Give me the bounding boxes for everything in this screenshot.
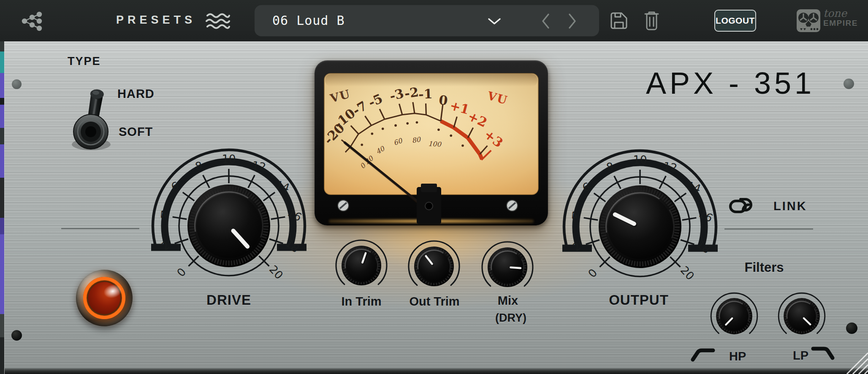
mix-knob[interactable] <box>474 233 541 301</box>
hp-filter-knob[interactable] <box>703 285 765 347</box>
type-label: TYPE <box>68 55 101 68</box>
mix-label: Mix <box>498 294 518 308</box>
svg-text:8: 8 <box>194 159 203 173</box>
power-led-core <box>88 282 120 314</box>
svg-text:10: 10 <box>222 153 236 165</box>
filters-label: Filters <box>744 260 784 275</box>
mix-sublabel: (DRY) <box>495 312 526 325</box>
panel-line-right <box>724 228 813 230</box>
svg-text:-1: -1 <box>418 87 433 102</box>
screw-top-right <box>844 79 854 89</box>
preset-selector[interactable]: 06 Loud B <box>255 5 599 36</box>
delete-preset-icon[interactable] <box>643 10 661 31</box>
preset-next-icon[interactable] <box>567 13 577 29</box>
svg-text:18: 18 <box>283 236 302 255</box>
hp-label: HP <box>729 350 746 363</box>
vu-meter-face: -20-10-7-5-3-2-10+1+2+3020406080100VUVU <box>315 60 548 225</box>
in-trim-knob[interactable] <box>328 232 395 299</box>
share-nodes-icon[interactable] <box>21 11 43 31</box>
power-led-shine <box>102 282 123 300</box>
out-trim-label: Out Trim <box>409 295 459 309</box>
svg-text:-2: -2 <box>404 84 420 101</box>
presets-label: PRESETS <box>116 14 196 27</box>
brand-logo: tone EMPIRE <box>796 7 822 35</box>
brand-line2: EMPIRE <box>823 19 858 27</box>
power-button[interactable] <box>76 270 133 326</box>
output-label: OUTPUT <box>609 292 669 308</box>
svg-text:12: 12 <box>251 159 267 173</box>
type-toggle-switch[interactable] <box>63 82 118 158</box>
svg-text:0: 0 <box>586 266 599 280</box>
save-preset-icon[interactable] <box>610 11 629 30</box>
lp-label: LP <box>793 349 808 363</box>
preset-name: 06 Loud B <box>272 5 345 36</box>
svg-text:0: 0 <box>438 92 449 108</box>
link-icon[interactable] <box>729 195 757 216</box>
lp-filter-knob[interactable] <box>771 285 833 347</box>
link-label[interactable]: LINK <box>773 199 807 213</box>
drive-label: DRIVE <box>206 292 251 308</box>
svg-text:8: 8 <box>605 160 614 173</box>
tape-machine-icon <box>796 7 822 33</box>
screw-top-left <box>12 79 22 89</box>
type-option-hard: HARD <box>117 87 155 101</box>
out-trim-knob[interactable] <box>400 233 468 300</box>
output-knob[interactable]: 02468101214161820 <box>551 138 729 315</box>
vu-meter: -20-10-7-5-3-2-10+1+2+3020406080100VUVU <box>315 60 548 225</box>
brand-line1: tone <box>823 8 858 19</box>
chevron-down-icon[interactable] <box>488 18 501 25</box>
power-led-ring <box>83 277 125 319</box>
resize-grip[interactable] <box>843 352 868 374</box>
in-trim-label: In Trim <box>341 295 381 309</box>
lowpass-curve-icon <box>811 344 837 361</box>
plugin-window: PRESETS 06 Loud B <box>0 0 868 374</box>
screw-bottom-right <box>846 323 857 334</box>
titlebar: PRESETS 06 Loud B <box>0 0 868 41</box>
preset-prev-icon[interactable] <box>541 13 551 29</box>
svg-text:10: 10 <box>633 154 647 166</box>
svg-text:100: 100 <box>428 140 442 149</box>
svg-text:0: 0 <box>174 266 188 279</box>
highpass-curve-icon <box>690 347 716 362</box>
logout-button[interactable]: LOGOUT <box>714 10 756 32</box>
daw-edge-strip <box>0 41 4 374</box>
svg-text:12: 12 <box>662 160 678 174</box>
waves-icon[interactable] <box>206 12 230 30</box>
panel-line-left <box>61 228 139 229</box>
drive-knob[interactable]: 02468101214161820 <box>140 137 317 314</box>
screw-bottom-left <box>11 330 22 341</box>
svg-text:18: 18 <box>694 237 713 256</box>
model-title: APX - 351 <box>646 66 815 100</box>
